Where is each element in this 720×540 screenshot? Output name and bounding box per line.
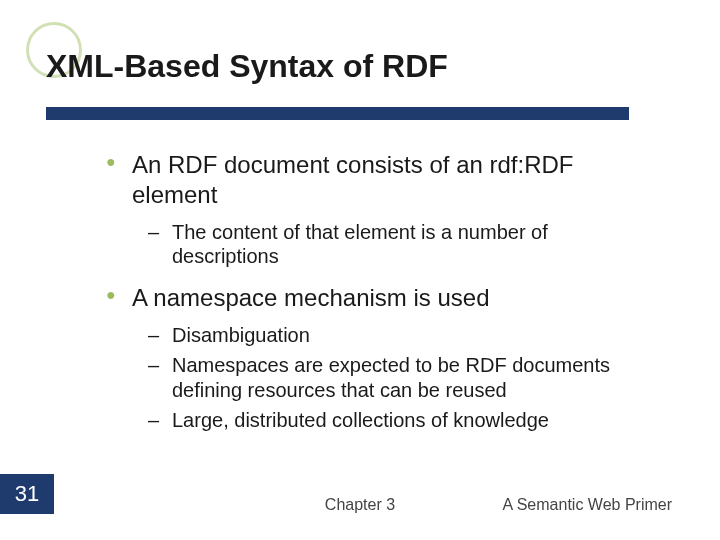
sub-bullet-list: Disambiguation Namespaces are expected t… [132,323,654,433]
footer-center: Chapter 3 [325,496,395,514]
sub-bullet-list: The content of that element is a number … [132,220,654,269]
bullet-text-post: element [132,181,217,208]
content-area: An RDF document consists of an rdf:RDF e… [106,150,654,432]
bullet-text-pre: An RDF document consists of an [132,151,490,178]
list-item: Disambiguation [132,323,654,347]
list-item: Namespaces are expected to be RDF docume… [132,353,654,402]
bullet-list: An RDF document consists of an rdf:RDF e… [106,150,654,432]
list-item: A namespace mechanism is used Disambigua… [106,283,654,433]
slide: XML-Based Syntax of RDF An RDF document … [0,0,720,540]
list-item: Large, distributed collections of knowle… [132,408,654,432]
footer-right: A Semantic Web Primer [502,496,672,514]
bullet-text-code: rdf:RDF [490,151,574,178]
bullet-text: A namespace mechanism is used [132,284,490,311]
list-item: The content of that element is a number … [132,220,654,269]
list-item: An RDF document consists of an rdf:RDF e… [106,150,654,269]
footer: 31 Chapter 3 A Semantic Web Primer [0,474,720,514]
page-title: XML-Based Syntax of RDF [46,48,684,85]
title-underline [46,107,629,120]
page-number: 31 [0,474,54,514]
